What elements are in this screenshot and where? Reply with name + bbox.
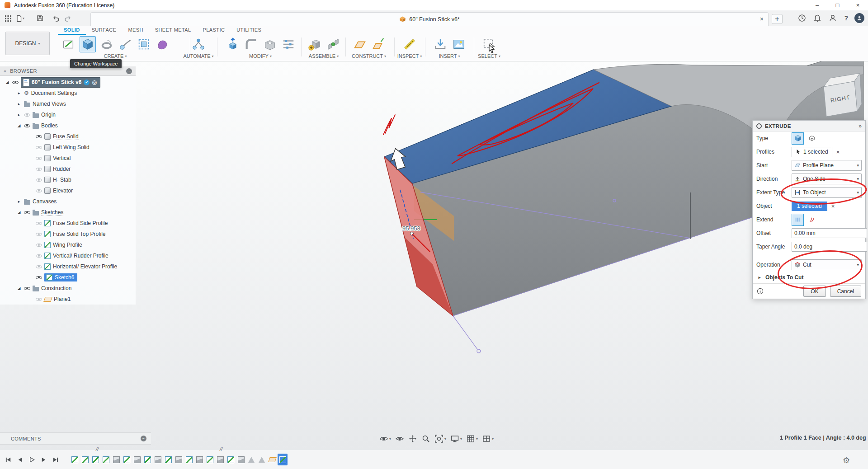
browser-item-elevator[interactable]: Elevator — [0, 185, 136, 196]
step-back-icon[interactable] — [15, 455, 24, 464]
extend-tangent-button[interactable] — [806, 214, 818, 226]
workspace-selector[interactable]: DESIGN ▾ — [5, 32, 50, 55]
construct-plane-icon[interactable] — [352, 37, 368, 52]
document-tab[interactable]: 60" Fusion Stick v6* × — [90, 12, 769, 26]
profiles-selection[interactable]: 1 selected — [792, 147, 832, 157]
browser-item-bodies[interactable]: ◢Bodies — [0, 120, 136, 131]
preferences-gear-icon[interactable]: ⚙ — [843, 455, 850, 465]
group-label-construct[interactable]: CONSTRUCT▾ — [346, 53, 392, 59]
ribbon-tab-plastic[interactable]: PLASTIC — [197, 26, 231, 35]
browser-item-construction[interactable]: ◢Construction — [0, 283, 136, 294]
profile-avatar[interactable] — [854, 13, 864, 23]
timeline-extrude-icon[interactable] — [194, 454, 204, 465]
timeline-sketch-icon[interactable] — [142, 454, 152, 465]
display-settings-icon[interactable]: ▾ — [450, 434, 462, 444]
timeline-sketch-icon[interactable] — [184, 454, 194, 465]
expand-icon[interactable]: ▸ — [757, 275, 762, 280]
timeline-extrude-icon[interactable] — [236, 454, 246, 465]
browser-menu-icon[interactable]: ⋯ — [126, 68, 132, 74]
skip-to-end-icon[interactable] — [51, 455, 60, 464]
extrude-icon[interactable] — [80, 36, 96, 52]
joint-icon[interactable] — [326, 37, 341, 52]
visibility-eye-icon[interactable] — [36, 242, 42, 248]
browser-item-wing-profile[interactable]: Wing Profile — [0, 239, 136, 250]
timeline-sketch-icon[interactable] — [163, 454, 173, 465]
visibility-eye-icon[interactable] — [12, 79, 19, 85]
step-forward-icon[interactable] — [39, 455, 48, 464]
new-tab-button[interactable]: + — [772, 14, 783, 24]
browser-item-left-wing-solid[interactable]: Left Wing Solid — [0, 142, 136, 153]
comments-bar[interactable]: COMMENTS ⋯ — [0, 432, 151, 445]
extent-type-dropdown[interactable]: To Object ▾ — [792, 187, 862, 198]
timeline-sketch-icon[interactable] — [80, 454, 90, 465]
ribbon-tab-mesh[interactable]: MESH — [122, 26, 149, 35]
group-label-modify[interactable]: MODIFY▾ — [221, 53, 300, 59]
browser-item-origin[interactable]: ▸Origin — [0, 109, 136, 120]
browser-item-fuse-solid[interactable]: Fuse Solid — [0, 131, 136, 142]
browser-item-named-views[interactable]: ▸Named Views — [0, 98, 136, 109]
dialog-grip-icon[interactable] — [756, 123, 762, 129]
clear-object-icon[interactable]: × — [831, 203, 835, 210]
skip-to-start-icon[interactable] — [4, 455, 13, 464]
browser-item-document-settings[interactable]: ▸⚙Document Settings — [0, 88, 136, 98]
play-icon[interactable] — [27, 455, 36, 464]
collapse-icon[interactable]: ◢ — [16, 210, 22, 215]
ribbon-tab-solid[interactable]: SOLID — [58, 26, 86, 35]
sweep-icon[interactable] — [118, 37, 133, 52]
group-label-insert[interactable]: INSERT▾ — [427, 53, 472, 59]
browser-item-vertical-rudder-profile[interactable]: Vertical/ Rudder Profile — [0, 250, 136, 261]
timeline-sketch-icon[interactable] — [122, 454, 132, 465]
browser-item-fuse-solid-side-profile[interactable]: Fuse Solid Side Profile — [0, 218, 136, 229]
file-menu-icon[interactable]: ▾ — [14, 14, 25, 23]
user-icon[interactable] — [828, 13, 838, 23]
visibility-eye-icon[interactable] — [36, 155, 42, 161]
visibility-eye-icon[interactable] — [36, 253, 42, 259]
ribbon-tab-surface[interactable]: SURFACE — [86, 26, 123, 35]
form-icon[interactable] — [155, 37, 170, 52]
start-dropdown[interactable]: Profile Plane ▾ — [792, 160, 862, 171]
timeline-sketch-icon[interactable] — [226, 454, 236, 465]
orbit-icon[interactable]: ▾ — [379, 434, 392, 444]
timeline-sketch-icon[interactable] — [90, 454, 100, 465]
browser-item-plane1[interactable]: Plane1 — [0, 294, 136, 305]
type-extrude-button[interactable] — [792, 132, 804, 145]
press-pull-icon[interactable] — [225, 37, 241, 52]
visibility-eye-icon[interactable] — [36, 263, 42, 270]
browser-item-60-fusion-stick-v6[interactable]: ◢60" Fusion Stick v6✓◎ — [0, 77, 136, 88]
timeline-sketch-icon[interactable] — [205, 454, 215, 465]
group-label-inspect[interactable]: INSPECT▾ — [397, 53, 422, 59]
ok-button[interactable]: OK — [803, 286, 826, 297]
timeline-sketch-icon[interactable] — [101, 454, 111, 465]
taper-angle-input[interactable] — [792, 242, 867, 252]
timeline-sketch-icon[interactable] — [70, 454, 80, 465]
save-icon[interactable] — [35, 14, 45, 23]
operation-dropdown[interactable]: Cut ▾ — [792, 259, 862, 270]
notifications-bell-icon[interactable] — [812, 13, 822, 23]
redo-icon[interactable] — [63, 14, 72, 23]
expand-icon[interactable]: ▸ — [16, 91, 22, 95]
new-component-icon[interactable] — [307, 37, 322, 52]
expand-dialog-icon[interactable]: » — [859, 123, 862, 129]
expand-icon[interactable]: ▸ — [16, 199, 22, 204]
minimize-button[interactable]: – — [807, 0, 827, 10]
expand-icon[interactable]: ▸ — [16, 102, 22, 106]
collapse-icon[interactable]: ◢ — [16, 286, 22, 291]
collapse-browser-icon[interactable]: « — [4, 68, 6, 74]
browser-item-fuse-solid-top-profile[interactable]: Fuse Solid Top Profile — [0, 229, 136, 239]
measure-icon[interactable] — [402, 37, 417, 52]
visibility-eye-icon[interactable] — [36, 144, 42, 150]
shell-icon[interactable] — [262, 37, 278, 52]
timeline-extrude-icon[interactable] — [132, 454, 142, 465]
group-label-automate[interactable]: AUTOMATE▾ — [185, 53, 212, 59]
timeline-modify-icon[interactable] — [257, 454, 267, 465]
visibility-eye-icon[interactable] — [36, 231, 42, 237]
visibility-eye-icon[interactable] — [36, 296, 42, 302]
browser-item-horizontal-elevator-profile[interactable]: Horizontal/ Elevator Profile — [0, 261, 136, 272]
visibility-eye-icon[interactable] — [36, 274, 42, 281]
info-icon[interactable] — [757, 288, 764, 295]
collapse-icon[interactable]: ◢ — [5, 80, 10, 84]
objects-to-cut-section[interactable]: ▸ Objects To Cut — [753, 272, 865, 283]
ribbon-tab-utilities[interactable]: UTILITIES — [231, 26, 267, 35]
job-status-clock-icon[interactable] — [797, 13, 807, 23]
browser-item-sketch6[interactable]: Sketch6 — [0, 272, 136, 283]
